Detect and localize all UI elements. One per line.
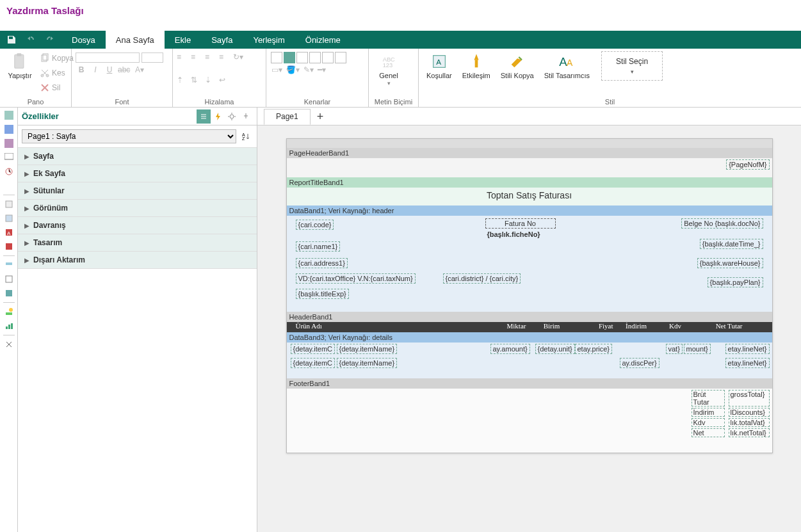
paste-button[interactable]: Yapıştır xyxy=(4,51,36,81)
field-amount[interactable]: ay.amount} xyxy=(490,344,530,354)
props-list-icon[interactable] xyxy=(197,109,211,124)
prop-tasarim[interactable]: ▶Tasarım xyxy=(18,234,257,252)
field-belge-no[interactable]: Belge No {başlık.docNo} xyxy=(681,218,763,229)
cut-button[interactable]: Kes xyxy=(37,66,76,80)
props-bolt-icon[interactable] xyxy=(211,109,225,124)
field-cari-name[interactable]: {cari.name1} xyxy=(296,241,341,252)
text-format-button[interactable]: ABC123Genel▾ xyxy=(373,51,405,88)
prop-davranis[interactable]: ▶Davranış xyxy=(18,217,257,234)
report-title-band[interactable]: ReportTitleBand1 xyxy=(287,177,772,188)
rotate-icon[interactable]: ↻▾ xyxy=(233,52,248,61)
props-gear-icon[interactable] xyxy=(225,109,239,124)
sort-icon[interactable]: AZ xyxy=(239,129,253,143)
tool8-icon[interactable] xyxy=(3,212,15,225)
strike-button[interactable]: abc xyxy=(118,65,129,74)
tool12-icon[interactable] xyxy=(3,273,15,286)
field-linenet1[interactable]: etay.lineNet} xyxy=(725,344,770,354)
tool10-icon[interactable] xyxy=(3,240,15,253)
tool6-icon[interactable] xyxy=(3,179,15,192)
tool16-icon[interactable] xyxy=(3,338,15,351)
field-titleexp[interactable]: {başlık.titleExp} xyxy=(296,289,349,299)
tool9-icon[interactable]: A xyxy=(3,226,15,239)
redo-icon[interactable] xyxy=(41,31,59,49)
databand1-label[interactable]: DataBand1; Veri Kaynağı: header xyxy=(287,206,772,216)
add-page-button[interactable]: + xyxy=(311,108,330,125)
canvas[interactable]: PageHeaderBand1{PageNofM} ReportTitleBan… xyxy=(257,125,801,532)
field-itemname2[interactable]: {detay.itemName} xyxy=(337,358,398,368)
border-l-icon[interactable] xyxy=(296,52,308,63)
databand3-label[interactable]: DataBand3; Veri Kaynağı: details xyxy=(287,332,772,343)
tab-dosya[interactable]: Dosya xyxy=(61,31,106,49)
border-t-icon[interactable] xyxy=(309,52,321,63)
align-left-icon[interactable]: ≡ xyxy=(177,52,190,61)
copy-button[interactable]: Kopya xyxy=(37,51,76,65)
field-warehouse[interactable]: {başlık.wareHouse} xyxy=(697,258,763,268)
border-color-button[interactable]: ✎▾ xyxy=(303,65,314,74)
field-pagenofm[interactable]: {PageNofM} xyxy=(726,159,769,170)
field-itemc2[interactable]: {detay.itemC xyxy=(291,358,336,368)
italic-button[interactable]: I xyxy=(90,65,101,74)
border-none-icon[interactable] xyxy=(271,52,282,63)
border-width-button[interactable]: ━▾ xyxy=(318,65,326,74)
prop-ek-sayfa[interactable]: ▶Ek Sayfa xyxy=(18,165,257,182)
border-all-icon[interactable] xyxy=(284,52,295,63)
border-b-icon[interactable] xyxy=(335,52,346,63)
field-price[interactable]: etay.price} xyxy=(575,344,613,354)
align-bot-icon[interactable]: ⇣ xyxy=(205,76,218,85)
delete-button[interactable]: Sil xyxy=(37,81,76,95)
prop-disari[interactable]: ▶Dışarı Aktarım xyxy=(18,252,257,269)
field-cari-code[interactable]: {cari.code} xyxy=(296,220,334,230)
page1-tab[interactable]: Page1 xyxy=(264,109,311,125)
font-family-input[interactable] xyxy=(76,52,140,63)
tool3-icon[interactable] xyxy=(3,137,15,150)
tool14-icon[interactable] xyxy=(3,305,15,318)
wrap-icon[interactable]: ↩ xyxy=(219,76,232,85)
props-pin-icon[interactable] xyxy=(239,109,253,124)
headerband-label[interactable]: HeaderBand1 xyxy=(287,312,772,322)
tool11-icon[interactable] xyxy=(3,259,15,271)
field-linenet2[interactable]: etay.lineNet} xyxy=(725,358,770,368)
tab-yerlesim[interactable]: Yerleşim xyxy=(243,31,295,49)
save-icon[interactable] xyxy=(3,31,20,49)
prop-gorunum[interactable]: ▶Görünüm xyxy=(18,200,257,217)
fill-color-button[interactable]: 🪣▾ xyxy=(286,65,300,74)
prop-sutunlar[interactable]: ▶Sütunlar xyxy=(18,182,257,200)
field-vat[interactable]: vat} xyxy=(666,344,683,354)
field-itemc1[interactable]: {detay.itemC xyxy=(291,344,336,354)
title-text[interactable]: Toptan Satış Faturası xyxy=(287,188,772,206)
font-color-button[interactable]: A▾ xyxy=(132,65,147,74)
font-size-input[interactable] xyxy=(142,52,163,63)
field-district[interactable]: {cari.district} / {cari.city} xyxy=(443,273,521,284)
border-style-button[interactable]: ▭▾ xyxy=(271,65,282,74)
underline-button[interactable]: U xyxy=(104,65,115,74)
tab-ana-sayfa[interactable]: Ana Sayfa xyxy=(106,31,165,49)
tool7-icon[interactable] xyxy=(3,198,15,211)
style-picker[interactable]: Stil Seçin▾ xyxy=(601,51,663,81)
prop-sayfa[interactable]: ▶Sayfa xyxy=(18,148,257,165)
align-justify-icon[interactable]: ≡ xyxy=(219,52,232,61)
totals-table[interactable]: Brüt TutargrossTotal} İndirimlDiscounts}… xyxy=(692,390,770,439)
align-center-icon[interactable]: ≡ xyxy=(191,52,204,61)
field-fiche-no[interactable]: {başlık.ficheNo} xyxy=(485,230,542,239)
field-cari-addr[interactable]: {cari.address1} xyxy=(296,258,348,268)
align-right-icon[interactable]: ≡ xyxy=(205,52,218,61)
align-mid-icon[interactable]: ⇅ xyxy=(191,76,204,85)
field-tax[interactable]: VD:{cari.taxOffice} V.N:{cari.taxNum} xyxy=(296,273,416,284)
field-discper[interactable]: ay.discPer} xyxy=(620,358,659,368)
tab-ekle[interactable]: Ekle xyxy=(165,31,201,49)
tool13-icon[interactable] xyxy=(3,287,15,300)
border-r-icon[interactable] xyxy=(322,52,334,63)
page-header-band[interactable]: PageHeaderBand1 xyxy=(287,148,772,158)
undo-icon[interactable] xyxy=(22,31,40,49)
tool5-icon[interactable] xyxy=(3,165,15,178)
align-top-icon[interactable]: ⇡ xyxy=(177,76,190,85)
style-designer-button[interactable]: AAStil Tasarımcıs xyxy=(540,51,594,81)
tool15-icon[interactable] xyxy=(3,319,15,332)
tool4-icon[interactable] xyxy=(3,151,15,164)
field-fatura-no[interactable]: Fatura No xyxy=(485,218,556,229)
field-mount[interactable]: mount} xyxy=(684,344,711,354)
tab-sayfa[interactable]: Sayfa xyxy=(201,31,243,49)
field-payplan[interactable]: {başlık.payPlan} xyxy=(708,277,763,287)
tool1-icon[interactable] xyxy=(3,109,15,122)
conditions-button[interactable]: AKoşullar xyxy=(423,51,456,81)
